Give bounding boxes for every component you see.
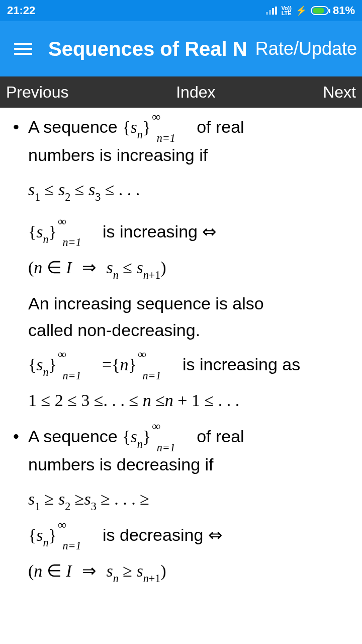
var: s (36, 526, 43, 544)
iff-increasing: {sn}∞n=1 is increasing ⇔ (28, 218, 352, 247)
nav-bar: Previous Index Next (0, 76, 362, 108)
text: A sequence (28, 427, 122, 446)
subscript: n=1 (63, 367, 81, 384)
text: numbers is decreasing if (28, 455, 214, 474)
sequence-bounds: }∞n=1 (49, 219, 57, 246)
nav-next[interactable]: Next (323, 83, 356, 102)
status-right: Vo))LTE ⚡ 81% (266, 4, 355, 17)
text: is increasing ⇔ (98, 222, 217, 241)
battery-icon (311, 6, 329, 15)
subscript: n=1 (157, 130, 175, 147)
equals: = (98, 355, 112, 374)
battery-percent: 81% (333, 4, 355, 17)
text: A sequence (28, 117, 122, 136)
text: called non-decreasing. (28, 320, 200, 340)
definition-increasing: A sequence {sn}∞n=1 of real numbers is i… (28, 114, 352, 169)
implication-decreasing: (n ∈ I ⇒ sn ≥ sn+1) (28, 558, 352, 586)
text: of real (192, 117, 244, 136)
text: An increasing sequence is also (28, 294, 264, 313)
brace: } (143, 427, 151, 446)
brace: { (28, 222, 36, 241)
brace: { (112, 355, 120, 374)
signal-icon (266, 7, 277, 15)
superscript: ∞ (58, 345, 66, 364)
subscript: n=1 (157, 439, 175, 456)
superscript: ∞ (138, 345, 146, 364)
var: s (130, 427, 137, 446)
subscript: n (43, 536, 49, 549)
menu-icon[interactable] (14, 43, 32, 55)
brace: { (28, 355, 36, 374)
page-title: Sequences of Real N… (48, 38, 249, 60)
subscript: n (43, 233, 49, 246)
battery-fill (313, 8, 324, 14)
brace: } (49, 526, 57, 544)
superscript: ∞ (58, 212, 66, 231)
superscript: ∞ (58, 516, 66, 534)
content-area: A sequence {sn}∞n=1 of real numbers is i… (0, 108, 362, 586)
subscript: n (137, 128, 143, 141)
brace: } (129, 355, 137, 374)
brace: { (28, 526, 36, 544)
subscript: n=1 (63, 537, 81, 554)
nav-index[interactable]: Index (176, 83, 215, 102)
list-item: A sequence {sn}∞n=1 of real numbers is i… (10, 114, 352, 414)
brace: } (143, 118, 151, 136)
sequence-bounds: }∞n=1 (143, 424, 151, 450)
var: s (36, 222, 43, 241)
volte-icon: Vo))LTE (281, 6, 292, 16)
text: numbers is increasing if (28, 145, 208, 165)
brace: { (122, 427, 130, 446)
inequality-decreasing: s1 ≥ s2 ≥s3 ≥ . . . ≥ (28, 486, 352, 514)
subscript: n (43, 366, 49, 378)
text: of real (192, 427, 244, 446)
sequence-bounds: }∞n=1 (129, 352, 137, 378)
text: is increasing as (177, 355, 300, 374)
iff-decreasing: {sn}∞n=1 is decreasing ⇔ (28, 522, 352, 550)
nav-previous[interactable]: Previous (6, 83, 69, 102)
sequence-bounds: }∞n=1 (143, 114, 151, 141)
implication-increasing: (n ∈ I ⇒ sn ≤ sn+1) (28, 255, 352, 282)
subscript: n (137, 438, 143, 450)
sequence-bounds: }∞n=1 (49, 352, 57, 378)
charging-icon: ⚡ (296, 5, 307, 16)
superscript: ∞ (152, 417, 160, 436)
subscript: n=1 (63, 234, 81, 251)
status-time: 21:22 (7, 4, 35, 17)
rate-update-button[interactable]: Rate/Update (255, 38, 357, 59)
chain-inequality: 1 ≤ 2 ≤ 3 ≤. . . ≤ n ≤n + 1 ≤ . . . (28, 387, 352, 414)
inequality-increasing: s1 ≤ s2 ≤ s3 ≤ . . . (28, 177, 352, 204)
text: is decreasing ⇔ (98, 525, 222, 544)
superscript: ∞ (152, 108, 160, 126)
status-bar: 21:22 Vo))LTE ⚡ 81% (0, 0, 362, 21)
var: s (36, 355, 43, 374)
sequence-bounds: }∞n=1 (49, 522, 57, 549)
list-item: A sequence {sn}∞n=1 of real numbers is d… (10, 423, 352, 586)
app-bar: Sequences of Real N… Rate/Update (0, 21, 362, 76)
definition-decreasing: A sequence {sn}∞n=1 of real numbers is d… (28, 423, 352, 478)
var: s (130, 118, 137, 136)
subscript: n=1 (142, 367, 161, 384)
brace: { (122, 118, 130, 136)
var: n (120, 355, 129, 374)
brace: } (49, 355, 57, 374)
nondecreasing-note: An increasing sequence is also called no… (28, 290, 352, 343)
brace: } (49, 222, 57, 241)
example-increasing: {sn}∞n=1 ={n}∞n=1 is increasing as (28, 351, 352, 379)
